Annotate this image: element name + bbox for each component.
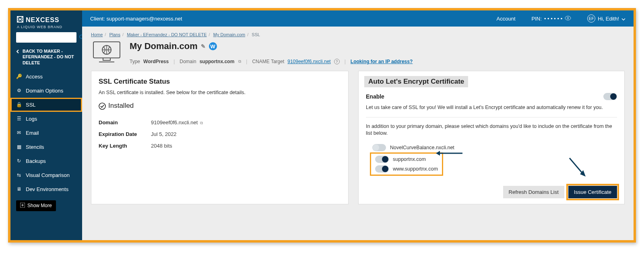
show-more-label: Show More	[27, 203, 52, 208]
enable-toggle[interactable]	[603, 93, 617, 100]
gear-icon: ⚙	[16, 88, 22, 93]
domain-option: www.supportnx.com	[373, 164, 440, 174]
chevron-down-icon	[621, 16, 625, 22]
eye-icon[interactable]	[565, 16, 571, 22]
sidebar-item-label: SSL	[26, 102, 36, 108]
sidebar-item-ssl[interactable]: 🔒 SSL	[10, 98, 82, 112]
account-link[interactable]: Account	[497, 16, 516, 22]
svg-point-6	[565, 16, 571, 20]
sidebar-item-dev-environments[interactable]: 🖥 Dev Environments	[10, 182, 82, 196]
domain-toggle[interactable]	[375, 156, 389, 163]
crumb-home[interactable]: Home	[91, 32, 103, 37]
arrow-annotation-icon	[567, 156, 587, 181]
main-area: Client: support-managers@nexcess.net Acc…	[82, 10, 634, 240]
ssl-status: Installed	[99, 102, 341, 110]
domain-option: NovelCurveBalance.nxcli.net	[370, 143, 617, 152]
page-meta: Type WordPress | Domain supportnx.com ⧉ …	[130, 59, 413, 64]
sidebar-search[interactable]	[16, 32, 76, 43]
compare-icon: ⇆	[16, 172, 22, 178]
domain-toggle[interactable]	[372, 144, 386, 151]
type-value: WordPress	[143, 59, 169, 64]
sidebar-item-label: Visual Comparison	[26, 172, 70, 178]
domain-name: www.supportnx.com	[393, 166, 438, 172]
domain-toggle[interactable]	[375, 165, 389, 173]
back-label: BACK TO MAKER - EFERNANDEZ - DO NOT DELE…	[23, 48, 76, 66]
brand-logo-icon	[17, 16, 23, 24]
sidebar-item-logs[interactable]: ☰ Logs	[10, 112, 82, 126]
monitor-icon: 🖥	[16, 186, 22, 192]
pin-mask: • • • • • •	[544, 16, 562, 22]
ip-address-link[interactable]: Looking for an IP address?	[351, 59, 413, 64]
sidebar-item-access[interactable]: 🔑 Access	[10, 70, 82, 84]
mail-icon: ✉	[16, 130, 22, 136]
highlighted-domains: supportnx.com www.supportnx.com	[370, 152, 443, 176]
show-more-button[interactable]: Show More	[16, 200, 56, 211]
clock-icon: ↻	[16, 158, 22, 164]
sidebar-item-label: Dev Environments	[26, 186, 68, 192]
le-para1: Let us take care of SSL for you! We will…	[366, 104, 617, 111]
kv-keylen-label: Key Length	[99, 143, 151, 149]
kv-exp-value: Jul 5, 2022	[151, 131, 177, 137]
grid-icon: ▦	[16, 144, 22, 150]
sidebar-item-stencils[interactable]: ▦ Stencils	[10, 140, 82, 154]
pencil-icon[interactable]: ✎	[201, 43, 206, 49]
kv-exp-label: Expiration Date	[99, 131, 151, 137]
sidebar-item-label: Logs	[26, 116, 37, 122]
avatar: EF	[587, 14, 595, 23]
help-icon[interactable]: ?	[334, 59, 340, 64]
cname-label: CNAME Target	[252, 59, 284, 64]
brand-block: NEXCESS A LIQUID WEB BRAND	[10, 10, 82, 32]
sidebar-item-backups[interactable]: ↻ Backups	[10, 154, 82, 168]
domain-monitor-icon	[91, 41, 122, 64]
kv-domain-value-text: 9109eef0f6.nxcli.net	[151, 119, 198, 125]
chevron-left-icon	[16, 48, 20, 66]
kv-domain-value: 9109eef0f6.nxcli.net ⧉	[151, 119, 203, 125]
svg-line-14	[570, 158, 583, 174]
enable-label: Enable	[366, 93, 384, 100]
pin-label: PIN:	[532, 16, 542, 22]
breadcrumb: Home/ Plans/ Maker - EFernandez - DO NOT…	[91, 31, 625, 39]
ssl-status-text: Installed	[108, 102, 134, 110]
sidebar-item-email[interactable]: ✉ Email	[10, 126, 82, 140]
sidebar-nav: 🔑 Access ⚙ Domain Options 🔒 SSL ☰ Logs ✉	[10, 70, 82, 196]
ssl-status-panel: SSL Certificate Status An SSL certificat…	[91, 71, 349, 204]
key-icon: 🔑	[16, 74, 22, 79]
wordpress-icon: W	[209, 42, 217, 50]
ssl-panel-title: SSL Certificate Status	[99, 78, 341, 86]
crumb-plans[interactable]: Plans	[109, 32, 120, 37]
sidebar-item-visual-comparison[interactable]: ⇆ Visual Comparison	[10, 168, 82, 182]
crumb-domain[interactable]: My Domain.com	[213, 32, 245, 37]
type-label: Type	[130, 59, 140, 64]
sidebar-item-label: Access	[26, 74, 43, 80]
check-circle-icon	[99, 103, 105, 109]
back-link[interactable]: BACK TO MAKER - EFERNANDEZ - DO NOT DELE…	[10, 47, 82, 70]
le-para2: In addition to your primary domain, plea…	[366, 123, 617, 137]
client-label: Client:	[90, 16, 105, 22]
refresh-domains-button[interactable]: Refresh Domains List	[503, 186, 564, 198]
brand-name: NEXCESS	[17, 16, 76, 24]
sidebar-item-domain-options[interactable]: ⚙ Domain Options	[10, 84, 82, 98]
brand-text: NEXCESS	[26, 16, 59, 24]
crumb-plan[interactable]: Maker - EFernandez - DO NOT DELETE	[127, 32, 206, 37]
copy-icon[interactable]: ⧉	[200, 121, 203, 125]
issue-certificate-button[interactable]: Issue Certificate	[568, 186, 617, 198]
kv-domain-label: Domain	[99, 119, 151, 125]
user-menu[interactable]: EF Hi, Edith!	[587, 14, 625, 23]
plus-icon	[20, 203, 25, 209]
copy-icon[interactable]: ⧉	[238, 59, 241, 64]
crumb-current: SSL	[252, 32, 260, 37]
list-icon: ☰	[16, 116, 22, 121]
svg-point-12	[99, 103, 105, 109]
ssl-panel-sub: An SSL certificate is installed. See bel…	[99, 90, 341, 95]
page-title: My Domain.com ✎ W	[130, 41, 413, 51]
cname-value[interactable]: 9109eef0f6.nxcli.net	[287, 59, 330, 64]
page-header: My Domain.com ✎ W Type WordPress | Domai…	[91, 39, 625, 71]
kv-keylen-value: 2048 bits	[151, 143, 172, 149]
client-value: support-managers@nexcess.net	[106, 16, 182, 22]
svg-point-7	[567, 17, 569, 19]
page-title-text: My Domain.com	[130, 41, 198, 51]
svg-rect-10	[103, 58, 110, 60]
domain-option: supportnx.com	[373, 154, 440, 164]
search-input[interactable]	[19, 35, 79, 40]
sidebar-item-label: Stencils	[26, 144, 44, 150]
